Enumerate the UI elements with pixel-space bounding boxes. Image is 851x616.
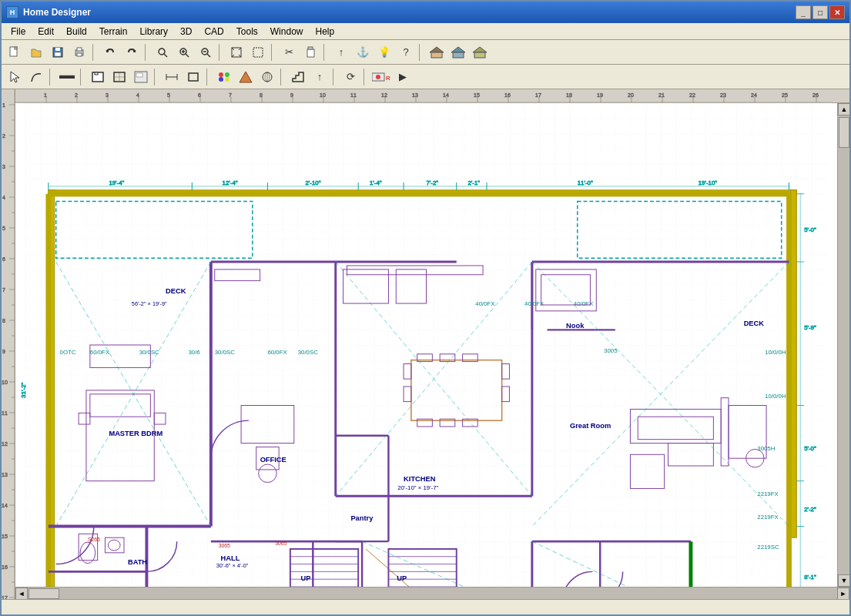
svg-text:40/0FX: 40/0FX (524, 300, 544, 307)
print-button[interactable] (69, 43, 89, 62)
zoom-in-button[interactable] (174, 43, 194, 62)
texture-tool[interactable] (257, 68, 277, 86)
rotate-tool[interactable]: ⟳ (340, 68, 360, 86)
scroll-track-vertical (838, 116, 849, 574)
scrollbar-horizontal[interactable]: ◄ ► (15, 587, 849, 599)
svg-text:60/0FX: 60/0FX (267, 349, 287, 356)
select-tool[interactable] (5, 68, 25, 86)
scroll-thumb-vertical[interactable] (839, 117, 849, 148)
minimize-button[interactable]: _ (796, 5, 811, 19)
window-select-button[interactable] (248, 43, 268, 62)
svg-text:5'-0": 5'-0" (804, 226, 816, 233)
menu-tools[interactable]: Tools (230, 25, 264, 38)
color-tool[interactable] (214, 68, 234, 86)
menu-terrain[interactable]: Terrain (93, 25, 134, 38)
menu-library[interactable]: Library (133, 25, 174, 38)
open-button[interactable] (26, 43, 46, 62)
zoom-fit-button[interactable] (152, 43, 173, 62)
scroll-up-button[interactable]: ▲ (838, 103, 849, 116)
scroll-down-button[interactable]: ▼ (838, 574, 849, 587)
menu-cad[interactable]: CAD (198, 25, 230, 38)
svg-rect-1 (15, 47, 17, 49)
svg-text:12: 12 (2, 441, 8, 447)
save-plan-button[interactable] (131, 68, 151, 86)
up-arrow-button[interactable]: ↑ (310, 68, 330, 86)
svg-text:13: 13 (412, 92, 418, 98)
svg-text:18: 18 (566, 92, 572, 98)
menu-build[interactable]: Build (60, 25, 93, 38)
menu-file[interactable]: File (5, 25, 32, 38)
zoom-out-button[interactable] (196, 43, 216, 62)
main-area: 1 2 3 4 5 6 7 8 9 (2, 89, 849, 599)
svg-text:17: 17 (535, 92, 541, 98)
svg-text:Great Room: Great Room (570, 422, 611, 430)
close-button[interactable]: ✕ (829, 5, 845, 19)
overview-button[interactable] (470, 43, 490, 62)
cut-button[interactable]: ✂ (279, 43, 299, 62)
svg-text:OFFICE: OFFICE (260, 456, 286, 464)
svg-text:6: 6 (198, 92, 201, 98)
svg-text:30/0SC: 30/0SC (298, 349, 318, 356)
menu-help[interactable]: Help (309, 25, 340, 38)
3d-house-button[interactable] (427, 43, 447, 62)
svg-text:19'-10": 19'-10" (699, 179, 718, 186)
menu-3d[interactable]: 3D (174, 25, 198, 38)
extent-button[interactable] (226, 43, 246, 62)
record-button[interactable]: REC (371, 68, 391, 86)
svg-text:1'-4": 1'-4" (370, 179, 382, 186)
help-button[interactable]: ? (396, 43, 416, 62)
anchor-button[interactable]: ⚓ (353, 43, 373, 62)
svg-text:2'-10": 2'-10" (306, 179, 321, 186)
svg-text:4: 4 (2, 195, 5, 200)
svg-text:20: 20 (628, 92, 634, 98)
menu-window[interactable]: Window (264, 25, 310, 38)
svg-text:11: 11 (350, 92, 357, 98)
room-tool[interactable] (88, 68, 108, 86)
svg-rect-3 (55, 48, 60, 51)
svg-text:56'-2" × 19'-9": 56'-2" × 19'-9" (132, 300, 167, 307)
svg-text:9: 9 (2, 349, 5, 354)
canvas-container: 1 2 3 4 5 6 7 8 9 10 11 12 13 14 (15, 89, 849, 599)
svg-rect-34 (59, 75, 75, 79)
curve-tool[interactable] (26, 68, 46, 86)
scrollbar-vertical[interactable]: ▲ ▼ (837, 103, 849, 587)
redo-button[interactable] (122, 43, 142, 62)
dimension-tool[interactable] (162, 68, 182, 86)
svg-text:2219FX: 2219FX (757, 490, 779, 497)
arrow-up-button[interactable]: ↑ (331, 43, 351, 62)
svg-text:19'-4": 19'-4" (109, 179, 124, 186)
stair-tool[interactable] (288, 68, 308, 86)
svg-rect-26 (308, 47, 313, 49)
main-window: H Home Designer _ □ ✕ File Edit Build Te… (0, 0, 851, 616)
floor-plan-canvas[interactable]: 19'-4" 12'-4" 2'-10" 1'-4" 7'-2" 2'-1" 1… (15, 103, 837, 587)
box-tool[interactable] (183, 68, 203, 86)
ruler-vertical: 1 2 3 4 5 6 7 8 9 (2, 89, 15, 599)
svg-marker-27 (430, 47, 444, 52)
maximize-button[interactable]: □ (812, 5, 828, 19)
scroll-left-button[interactable]: ◄ (15, 588, 28, 600)
svg-text:2: 2 (75, 92, 78, 98)
save-button[interactable] (48, 43, 68, 62)
svg-rect-28 (431, 52, 442, 58)
svg-text:60/0FX: 60/0FX (90, 349, 110, 356)
status-text (5, 603, 7, 612)
wall-tool[interactable] (57, 68, 77, 86)
svg-point-57 (376, 75, 380, 79)
svg-text:12'-4": 12'-4" (223, 179, 238, 186)
svg-text:11'-0": 11'-0" (578, 179, 593, 186)
camera-button[interactable] (448, 43, 468, 62)
new-button[interactable] (5, 43, 25, 62)
paste-button[interactable] (300, 43, 320, 62)
scroll-right-button[interactable]: ► (837, 588, 849, 600)
material-tool[interactable] (236, 68, 256, 86)
svg-point-48 (225, 72, 230, 77)
light-button[interactable]: 💡 (374, 43, 394, 62)
svg-text:30/0SC: 30/0SC (139, 349, 159, 356)
play-button[interactable]: ▶ (393, 68, 413, 86)
svg-text:40/0FX: 40/0FX (574, 300, 594, 307)
menu-edit[interactable]: Edit (32, 25, 60, 38)
svg-text:REC: REC (386, 75, 390, 82)
scroll-thumb-horizontal[interactable] (28, 588, 59, 599)
floor-tool[interactable] (109, 68, 129, 86)
undo-button[interactable] (100, 43, 120, 62)
